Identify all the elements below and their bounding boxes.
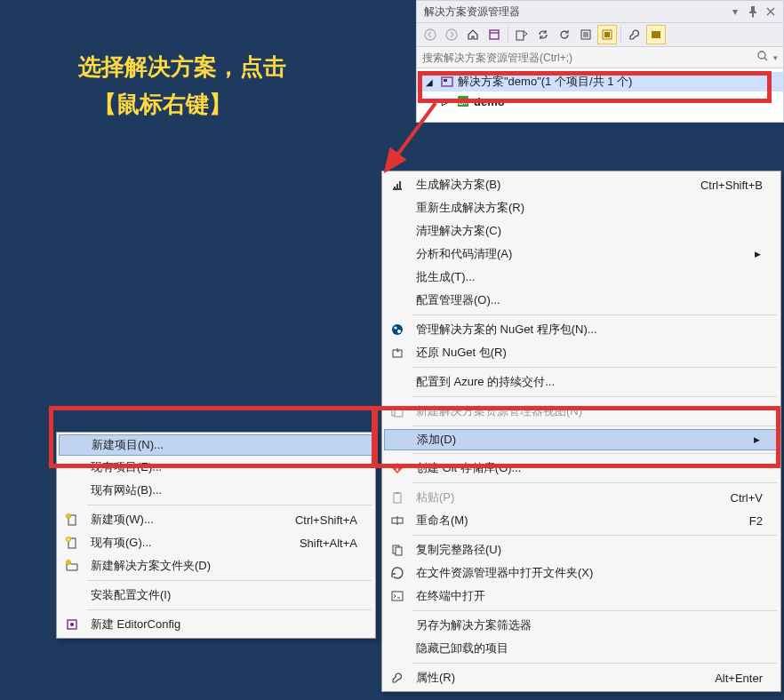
menu-item[interactable]: 在文件资源管理器中打开文件夹(X): [384, 561, 779, 585]
menu-item[interactable]: 复制完整路径(U): [384, 538, 779, 561]
svg-rect-8: [652, 31, 660, 38]
menu-item[interactable]: 添加(D)▶: [384, 429, 779, 450]
menu-item[interactable]: 新建项(W)...Ctrl+Shift+A: [59, 508, 373, 531]
sync-icon[interactable]: [533, 25, 553, 44]
tree-solution-node[interactable]: ◢ 解决方案"demo"(1 个项目/共 1 个): [417, 72, 783, 91]
menu-separator: [412, 367, 777, 368]
collapse-icon[interactable]: [576, 25, 596, 44]
menu-item[interactable]: 安装配置文件(I): [59, 584, 373, 607]
svg-point-2: [446, 29, 457, 40]
menu-item[interactable]: 配置管理器(O)...: [384, 289, 779, 312]
paste-icon: [384, 490, 411, 505]
menu-item[interactable]: 属性(R)Alt+Enter: [384, 666, 779, 689]
submenu-arrow-icon: ▶: [752, 250, 763, 259]
svg-rect-19: [395, 410, 403, 417]
search-input[interactable]: [422, 52, 752, 64]
menu-item[interactable]: 粘贴(P)Ctrl+V: [384, 486, 779, 509]
menu-item-shortcut: Ctrl+Shift+A: [295, 513, 357, 527]
menu-item-label: 属性(R): [411, 670, 693, 686]
menu-item[interactable]: 重新生成解决方案(R): [384, 196, 779, 219]
menu-item[interactable]: 配置到 Azure 的持续交付...: [384, 370, 779, 394]
svg-rect-22: [394, 493, 401, 503]
menu-item[interactable]: 新建 EditorConfig: [59, 613, 373, 636]
svg-text:C#: C#: [458, 98, 468, 107]
tree-project-label: demo: [474, 95, 505, 108]
show-all-icon[interactable]: [597, 25, 617, 44]
home-icon[interactable]: [463, 25, 483, 44]
close-icon[interactable]: [762, 3, 780, 20]
forward-icon[interactable]: [442, 25, 461, 44]
menu-item[interactable]: 重命名(M)F2: [384, 509, 779, 532]
menu-item[interactable]: 还原 NuGet 包(R): [384, 341, 779, 364]
svg-point-31: [67, 537, 71, 542]
menu-item[interactable]: 现有网站(B)...: [59, 479, 373, 502]
context-menu-main: 生成解决方案(B)Ctrl+Shift+B重新生成解决方案(R)清理解决方案(C…: [381, 171, 781, 692]
menu-item[interactable]: 创建 Git 存储库(G)...: [384, 457, 779, 480]
search-dropdown-icon[interactable]: ▾: [773, 53, 778, 62]
menu-item[interactable]: 现有项(G)...Shift+Alt+A: [59, 531, 373, 554]
menu-item[interactable]: 新建解决方案文件夹(D): [59, 554, 373, 577]
menu-item[interactable]: 新建解决方案资源管理器视图(N): [384, 400, 779, 423]
menu-item-label: 隐藏已卸载的项目: [411, 640, 763, 656]
menu-separator: [412, 314, 777, 315]
menu-item[interactable]: 清理解决方案(C): [384, 219, 779, 243]
csharp-project-icon: C#: [456, 94, 470, 108]
menu-separator: [87, 609, 372, 610]
svg-point-16: [397, 330, 401, 333]
annotation-text-1: 选择解决方案，点击: [78, 50, 286, 84]
svg-rect-11: [444, 79, 447, 82]
menu-separator: [412, 426, 777, 426]
menu-item[interactable]: 隐藏已卸载的项目: [384, 637, 779, 660]
menu-item[interactable]: 现有项目(E)...: [59, 456, 373, 479]
menu-item-label: 创建 Git 存储库(G)...: [411, 460, 763, 476]
panel-title-text: 解决方案资源管理器: [424, 4, 520, 20]
menu-item-label: 还原 NuGet 包(R): [411, 345, 763, 361]
svg-point-15: [394, 326, 396, 329]
svg-line-0: [386, 103, 436, 171]
menu-separator: [412, 663, 777, 664]
menu-item-label: 现有项(G)...: [85, 535, 278, 551]
git-icon: [384, 461, 411, 475]
copy-icon: [384, 543, 411, 557]
menu-item-label: 现有网站(B)...: [85, 482, 357, 498]
menu-item[interactable]: 批生成(T)...: [384, 266, 779, 289]
properties-icon[interactable]: [625, 25, 644, 44]
newview-icon: [384, 404, 411, 418]
menu-item-label: 重命名(M): [411, 513, 728, 529]
menu-item[interactable]: 新建项目(N)...: [59, 434, 373, 456]
search-icon[interactable]: [756, 49, 770, 66]
menu-item[interactable]: 管理解决方案的 NuGet 程序包(N)...: [384, 318, 779, 341]
solution-icon: [440, 75, 454, 89]
menu-item-label: 新建 EditorConfig: [85, 616, 357, 632]
menu-item-label: 生成解决方案(B): [411, 177, 679, 193]
menu-item[interactable]: 另存为解决方案筛选器: [384, 614, 779, 637]
pin-icon[interactable]: [744, 3, 762, 20]
switch-view-icon[interactable]: [484, 25, 504, 44]
back-icon[interactable]: [420, 25, 440, 44]
preview-icon[interactable]: [646, 25, 666, 44]
dropdown-icon[interactable]: ▾: [726, 3, 744, 20]
svg-rect-23: [396, 492, 399, 494]
newitem-icon: [59, 513, 85, 527]
menu-item-label: 管理解决方案的 NuGet 程序包(N)...: [411, 322, 763, 338]
menu-item-label: 新建项目(N)...: [86, 437, 356, 453]
menu-item[interactable]: 分析和代码清理(A)▶: [384, 243, 779, 266]
menu-item-label: 添加(D): [412, 432, 751, 448]
newfolder-icon: [59, 559, 85, 573]
svg-point-34: [70, 623, 74, 626]
menu-item-shortcut: F2: [749, 514, 763, 528]
svg-point-9: [758, 52, 765, 59]
svg-rect-4: [516, 31, 524, 40]
menu-item[interactable]: 在终端中打开: [384, 585, 779, 608]
search-row: ▾: [417, 47, 783, 68]
tree-expand-icon[interactable]: ◢: [426, 77, 436, 87]
toolbar-separator: [508, 27, 508, 43]
refresh-icon[interactable]: [555, 25, 574, 44]
pending-changes-icon[interactable]: [512, 25, 532, 44]
context-menu-add-submenu: 新建项目(N)...现有项目(E)...现有网站(B)...新建项(W)...C…: [56, 432, 376, 639]
toolbar-separator: [620, 27, 621, 43]
menu-separator: [87, 580, 372, 581]
menu-item-label: 分析和代码清理(A): [411, 246, 752, 262]
menu-separator: [87, 505, 372, 505]
tree-project-node[interactable]: ▷ C# demo: [417, 91, 783, 111]
